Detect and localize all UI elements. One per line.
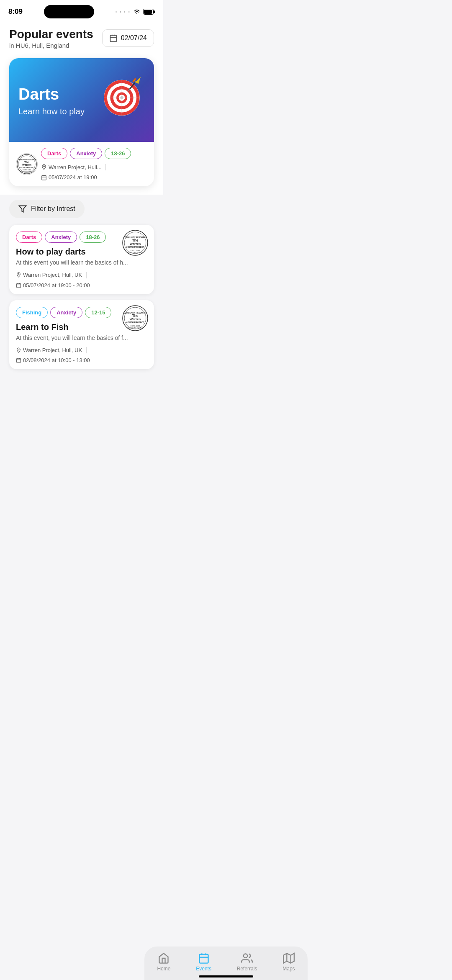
filter-section: Filter by Intrest xyxy=(0,195,163,221)
svg-text:Warren: Warren xyxy=(130,242,141,246)
date-button-label: 02/07/24 xyxy=(121,34,147,42)
featured-location: Warren Project, Hull... xyxy=(41,164,102,170)
event-2-location: Warren Project, Hull, UK xyxy=(16,347,82,353)
meta-divider: | xyxy=(105,163,107,171)
svg-text:YOUTH PROJECT: YOUTH PROJECT xyxy=(126,246,145,249)
event-2-meta: Warren Project, Hull, UK | 02/08/2024 at… xyxy=(16,346,147,363)
svg-rect-1 xyxy=(154,10,155,13)
wifi-icon xyxy=(133,9,141,15)
tag-anxiety: Anxiety xyxy=(70,148,102,159)
filter-icon xyxy=(18,205,27,213)
meta-divider-3: | xyxy=(85,346,87,354)
svg-point-27 xyxy=(44,166,45,167)
event-1-location-text: Warren Project, Hull, UK xyxy=(23,272,82,278)
battery-icon xyxy=(143,9,155,15)
location-icon-sm xyxy=(16,272,21,278)
svg-text:YOUTH PROJECT: YOUTH PROJECT xyxy=(19,167,35,169)
date-filter-button[interactable]: 02/07/24 xyxy=(102,29,154,47)
event-1-datetime: 05/07/2024 at 19:00 - 20:00 xyxy=(16,282,90,288)
tag-darts: Darts xyxy=(41,148,67,159)
svg-text:ESTD. 1983: ESTD. 1983 xyxy=(131,250,140,252)
calendar-icon-sm2 xyxy=(16,358,21,363)
event-1-tag-age: 18-26 xyxy=(80,231,106,243)
featured-title: Darts xyxy=(18,86,85,103)
events-list: COMMUNITY RESOURCE The Warren YOUTH PROJ… xyxy=(0,221,163,378)
svg-text:ESTD. 1983: ESTD. 1983 xyxy=(131,324,140,327)
featured-tags: Darts Anxiety 18-26 Warren Project, Hull… xyxy=(41,148,147,180)
calendar-icon xyxy=(109,34,118,42)
event-card-2[interactable]: COMMUNITY RESOURCE The Warren YOUTH PROJ… xyxy=(9,300,154,370)
signal-dots-icon: • • • • xyxy=(116,10,131,14)
warren-logo: COMMUNITY RESOURCE The Warren YOUTH PROJ… xyxy=(16,153,38,175)
svg-rect-55 xyxy=(17,359,21,363)
event-1-location: Warren Project, Hull, UK xyxy=(16,272,82,278)
notch xyxy=(44,5,94,18)
filter-label: Filter by Intrest xyxy=(31,205,75,213)
svg-text:YOUTH PROJECT: YOUTH PROJECT xyxy=(126,321,145,324)
darts-illustration xyxy=(99,75,145,127)
page-title: Popular events xyxy=(9,28,93,41)
filter-button[interactable]: Filter by Intrest xyxy=(9,200,85,218)
event-2-datetime-text: 02/08/2024 at 10:00 - 13:00 xyxy=(23,357,90,363)
header-text: Popular events in HU6, Hull, England xyxy=(9,28,93,49)
svg-rect-42 xyxy=(17,283,21,288)
page-header: Popular events in HU6, Hull, England 02/… xyxy=(0,20,163,54)
event-2-location-text: Warren Project, Hull, UK xyxy=(23,347,82,353)
calendar-small-icon xyxy=(41,175,47,180)
event-2-datetime: 02/08/2024 at 10:00 - 13:00 xyxy=(16,357,90,363)
tag-age: 18-26 xyxy=(105,148,131,159)
svg-text:COMMUNITY RESOURCE: COMMUNITY RESOURCE xyxy=(123,237,147,239)
event-2-desc: At this event, you will learn the basics… xyxy=(16,334,147,342)
meta-divider-2: | xyxy=(85,271,87,279)
featured-card-image: Darts Learn how to play xyxy=(9,58,154,142)
svg-text:FOR YOUNG PEOPLE: FOR YOUNG PEOPLE xyxy=(127,252,143,254)
svg-rect-2 xyxy=(144,10,152,14)
featured-meta: Warren Project, Hull... | 05/07/2024 at … xyxy=(41,163,147,180)
svg-point-54 xyxy=(18,349,19,350)
featured-text: Darts Learn how to play xyxy=(18,86,85,117)
svg-text:Warren: Warren xyxy=(130,317,141,321)
status-icons: • • • • xyxy=(116,9,155,15)
svg-text:COMMUNITY RESOURCE: COMMUNITY RESOURCE xyxy=(123,311,147,314)
event-2-tag-fishing: Fishing xyxy=(16,307,48,318)
featured-card-details: COMMUNITY RESOURCE The Warren YOUTH PROJ… xyxy=(9,142,154,186)
location-subtitle: in HU6, Hull, England xyxy=(9,42,93,49)
event-1-tag-darts: Darts xyxy=(16,231,42,243)
svg-text:ESTD. 1983: ESTD. 1983 xyxy=(23,169,31,171)
event-1-meta: Warren Project, Hull, UK | 05/07/2024 at… xyxy=(16,271,147,288)
featured-section: Darts Learn how to play xyxy=(0,54,163,195)
featured-location-text: Warren Project, Hull... xyxy=(49,164,102,170)
event-1-logo: COMMUNITY RESOURCE The Warren YOUTH PROJ… xyxy=(122,230,148,256)
event-card-1[interactable]: COMMUNITY RESOURCE The Warren YOUTH PROJ… xyxy=(9,225,154,294)
location-icon-sm2 xyxy=(16,347,21,353)
status-time: 8:09 xyxy=(8,8,23,16)
svg-point-41 xyxy=(18,274,19,275)
calendar-icon-sm xyxy=(16,283,21,288)
featured-subtitle: Learn how to play xyxy=(18,106,85,117)
svg-marker-32 xyxy=(19,206,26,212)
svg-text:Warren: Warren xyxy=(22,163,31,166)
event-2-logo: COMMUNITY RESOURCE The Warren YOUTH PROJ… xyxy=(122,305,148,331)
svg-text:FOR YOUNG PEOPLE: FOR YOUNG PEOPLE xyxy=(20,171,34,173)
svg-rect-3 xyxy=(110,35,116,41)
svg-rect-28 xyxy=(42,175,46,180)
status-bar: 8:09 • • • • xyxy=(0,0,163,20)
featured-datetime-text: 05/07/2024 at 19:00 xyxy=(49,174,97,180)
location-icon xyxy=(41,164,47,170)
featured-event-card[interactable]: Darts Learn how to play xyxy=(9,58,154,186)
event-2-tag-age: 12-15 xyxy=(85,307,111,318)
svg-text:FOR YOUNG PEOPLE: FOR YOUNG PEOPLE xyxy=(127,327,143,329)
event-1-tag-anxiety: Anxiety xyxy=(45,231,77,243)
featured-datetime: 05/07/2024 at 19:00 xyxy=(41,174,97,180)
event-2-tag-anxiety: Anxiety xyxy=(50,307,82,318)
event-1-datetime-text: 05/07/2024 at 19:00 - 20:00 xyxy=(23,282,90,288)
event-1-desc: At this event you will learn the basics … xyxy=(16,259,147,267)
